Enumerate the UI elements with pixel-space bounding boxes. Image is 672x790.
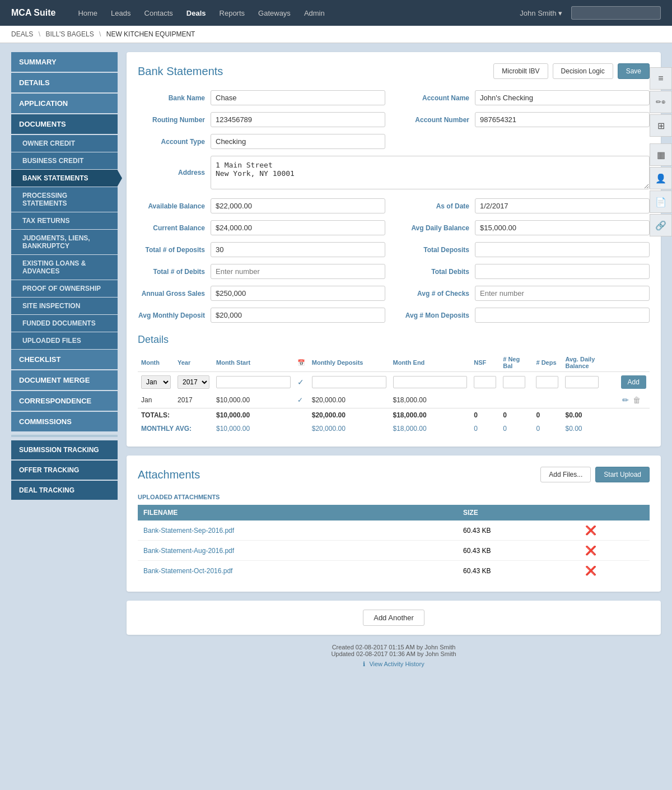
sidebar-item-summary[interactable]: SUMMARY	[11, 52, 118, 72]
neg-bal-input[interactable]	[503, 376, 525, 388]
sidebar-item-owner-credit[interactable]: OWNER CREDIT	[11, 135, 118, 152]
sidebar-item-submission-tracking[interactable]: SUBMISSION TRACKING	[11, 440, 118, 459]
edit-icon[interactable]: ✏	[622, 396, 629, 405]
sidebar-item-correspondence[interactable]: CORRESPONDENCE	[11, 391, 118, 411]
available-balance-input[interactable]	[211, 198, 385, 213]
sidebar-item-application[interactable]: APPLICATION	[11, 94, 118, 113]
account-number-row: Account Number	[402, 112, 650, 127]
microbilt-button[interactable]: Microbilt IBV	[493, 63, 548, 79]
row-neg-bal	[500, 392, 533, 408]
avg-mon-deposits-input[interactable]	[475, 308, 650, 323]
current-balance-row: Current Balance	[138, 220, 385, 235]
monthly-deposits-input[interactable]	[312, 376, 386, 388]
attach-delete-2[interactable]: ❌	[585, 566, 596, 575]
as-of-date-input[interactable]	[475, 198, 650, 213]
sidebar-item-tax-returns[interactable]: TAX RETURNS	[11, 212, 118, 229]
account-number-input[interactable]	[475, 112, 650, 127]
attach-file-0[interactable]: Bank-Statement-Sep-2016.pdf	[143, 527, 234, 535]
attach-col-actions	[580, 505, 650, 521]
sidebar-item-bank-statements[interactable]: BANK STATEMENTS	[11, 170, 118, 187]
table-row: Jan 2017 $10,000.00 ✓ $20,000.00 $18,000…	[138, 392, 650, 408]
nav-gateways[interactable]: Gateways	[258, 9, 291, 17]
current-balance-input[interactable]	[211, 220, 385, 235]
total-deposits-amt-input[interactable]	[475, 242, 650, 257]
start-upload-button[interactable]: Start Upload	[595, 467, 650, 482]
sidebar-item-processing-statements[interactable]: PROCESSING STATEMENTS	[11, 187, 118, 212]
routing-number-label: Routing Number	[138, 116, 205, 124]
account-name-input[interactable]	[475, 90, 650, 105]
attach-file-2[interactable]: Bank-Statement-Oct-2016.pdf	[143, 567, 232, 575]
input-check: ✓	[294, 372, 309, 393]
account-type-input[interactable]	[211, 134, 385, 149]
sidebar-item-offer-tracking[interactable]: OFFER TRACKING	[11, 461, 118, 480]
attach-delete-0[interactable]: ❌	[585, 526, 596, 535]
sidebar-item-checklist[interactable]: CHECKLIST	[11, 350, 118, 369]
right-btn-edit[interactable]: ✏⊕	[650, 91, 672, 113]
year-select[interactable]: 201720162015	[178, 375, 209, 389]
right-btn-table[interactable]: ▦	[650, 143, 672, 166]
attach-file-1[interactable]: Bank-Statement-Aug-2016.pdf	[143, 547, 234, 555]
sidebar-item-document-merge[interactable]: DOCUMENT MERGE	[11, 370, 118, 390]
sidebar-item-site-inspection[interactable]: SITE INSPECTION	[11, 298, 118, 314]
breadcrumb-deals[interactable]: DEALS	[11, 30, 33, 38]
save-button[interactable]: Save	[618, 63, 650, 79]
attach-delete-1[interactable]: ❌	[585, 546, 596, 555]
total-debits-input[interactable]	[211, 264, 385, 279]
row-avg-daily	[562, 392, 617, 408]
avg-daily-input[interactable]	[565, 376, 599, 388]
totals-deps: 0	[533, 408, 562, 422]
sidebar-item-details[interactable]: DETAILS	[11, 73, 118, 92]
right-btn-grid[interactable]: ⊞	[650, 114, 672, 137]
attach-row-2: Bank-Statement-Oct-2016.pdf 60.43 KB ❌	[138, 561, 650, 581]
nav-search-input[interactable]	[571, 6, 661, 20]
nav-admin[interactable]: Admin	[304, 9, 325, 17]
attach-row-0: Bank-Statement-Sep-2016.pdf 60.43 KB ❌	[138, 521, 650, 541]
sidebar-item-uploaded-files[interactable]: UPLOADED FILES	[11, 332, 118, 349]
avg-checks-input[interactable]	[475, 286, 650, 301]
nav-user[interactable]: John Smith ▾	[520, 9, 562, 17]
annual-gross-input[interactable]	[211, 286, 385, 301]
month-end-input[interactable]	[393, 376, 468, 388]
delete-icon[interactable]: 🗑	[633, 396, 641, 405]
sidebar-item-deal-tracking[interactable]: DEAL TRACKING	[11, 481, 118, 500]
nav-deals[interactable]: Deals	[186, 9, 206, 17]
attach-row-1: Bank-Statement-Aug-2016.pdf 60.43 KB ❌	[138, 541, 650, 561]
activity-history-link[interactable]: View Activity History	[369, 661, 424, 667]
sidebar: SUMMARY DETAILS APPLICATION DOCUMENTS OW…	[11, 52, 118, 668]
address-textarea[interactable]: 1 Main Street New York, NY 10001	[211, 156, 650, 189]
right-btn-link[interactable]: 🔗	[650, 214, 672, 236]
decision-logic-button[interactable]: Decision Logic	[553, 63, 613, 79]
nav-reports[interactable]: Reports	[220, 9, 245, 17]
nav-contacts[interactable]: Contacts	[144, 9, 173, 17]
month-start-input[interactable]	[216, 376, 291, 388]
add-files-button[interactable]: Add Files...	[540, 467, 591, 482]
total-deposits-input[interactable]	[211, 242, 385, 257]
nsf-input[interactable]	[474, 376, 496, 388]
row-month-start: $10,000.00	[213, 392, 294, 408]
sidebar-item-existing-loans[interactable]: EXISTING LOANS & ADVANCES	[11, 255, 118, 280]
avg-daily-balance-input[interactable]	[475, 220, 650, 235]
sidebar-item-documents[interactable]: DOCUMENTS	[11, 114, 118, 134]
bank-name-input[interactable]	[211, 90, 385, 105]
nav-home[interactable]: Home	[78, 9, 97, 17]
nav-links: Home Leads Contacts Deals Reports Gatewa…	[78, 9, 520, 17]
right-btn-doc[interactable]: 📄	[650, 190, 672, 213]
right-btn-menu[interactable]: ≡	[650, 67, 672, 90]
sidebar-item-commissions[interactable]: COMMISSIONS	[11, 412, 118, 431]
add-row-button[interactable]: Add	[621, 375, 646, 389]
total-debits-amt-input[interactable]	[475, 264, 650, 279]
routing-number-input[interactable]	[211, 112, 385, 127]
sidebar-item-judgments[interactable]: JUDGMENTS, LIENS, BANKRUPTCY	[11, 230, 118, 254]
right-btn-person[interactable]: 👤	[650, 167, 672, 189]
deps-input[interactable]	[536, 376, 558, 388]
sidebar-item-business-credit[interactable]: BUSINESS CREDIT	[11, 152, 118, 169]
sidebar-item-proof-ownership[interactable]: PROOF OF OWNERSHIP	[11, 280, 118, 297]
breadcrumb-bills-bagels[interactable]: BILL'S BAGELS	[45, 30, 94, 38]
add-another-button[interactable]: Add Another	[363, 610, 424, 626]
nav-leads[interactable]: Leads	[111, 9, 130, 17]
month-select[interactable]: JanFebMarApr MayJunJulAug SepOctNovDec	[141, 375, 171, 389]
sidebar-item-funded-documents[interactable]: FUNDED DOCUMENTS	[11, 315, 118, 332]
input-year: 201720162015	[174, 372, 213, 393]
avg-monthly-label: Avg Monthly Deposit	[138, 312, 205, 319]
avg-monthly-input[interactable]	[211, 308, 385, 323]
